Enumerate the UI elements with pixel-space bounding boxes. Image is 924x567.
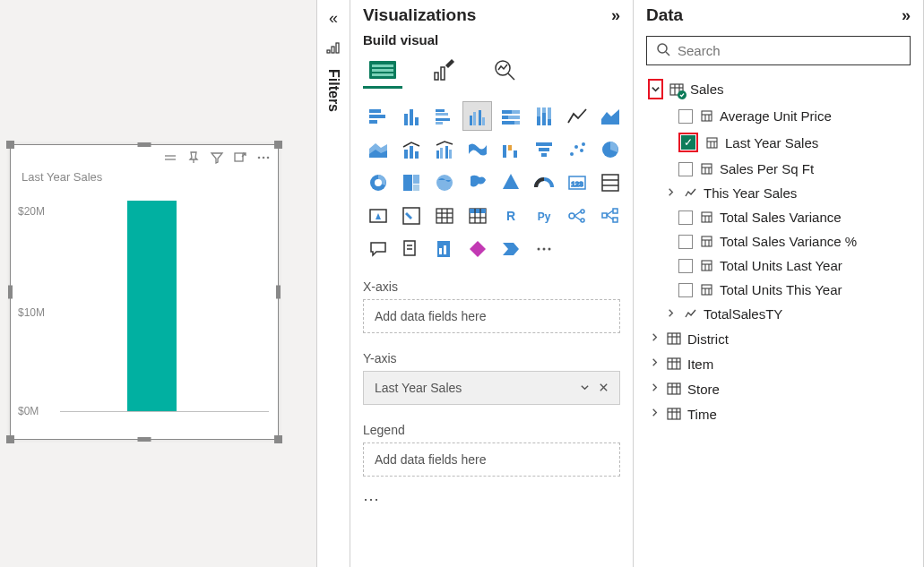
field-total-units-last-year[interactable]: Total Units Last Year xyxy=(641,253,916,278)
more-fields-icon[interactable]: ⋯ xyxy=(350,485,633,512)
stacked-area-chart-icon[interactable] xyxy=(363,134,393,164)
field-total-sales-variance-pct[interactable]: Total Sales Variance % xyxy=(641,229,916,253)
filters-label[interactable]: Filters xyxy=(325,65,341,112)
field-total-sales-ty[interactable]: TotalSalesTY xyxy=(641,302,916,326)
format-visual-tab[interactable] xyxy=(424,53,463,89)
field-average-unit-price[interactable]: Average Unit Price xyxy=(641,104,916,128)
clustered-column-chart-icon[interactable] xyxy=(462,101,492,131)
table-district[interactable]: District xyxy=(641,326,916,351)
ribbon-chart-icon[interactable] xyxy=(462,134,492,164)
kpi-icon[interactable] xyxy=(363,201,393,230)
more-options-icon[interactable] xyxy=(256,150,271,165)
power-apps-icon[interactable] xyxy=(462,234,492,263)
expand-filters-icon[interactable]: « xyxy=(329,9,338,28)
table-store[interactable]: Store xyxy=(641,376,916,401)
chart-visual-tile[interactable]: Last Year Sales $20M $10M $0M xyxy=(10,144,279,440)
table-sales[interactable]: Sales xyxy=(641,74,916,104)
more-visuals-icon[interactable] xyxy=(529,234,558,263)
scatter-chart-icon[interactable] xyxy=(562,134,592,164)
x-axis-well-section: X-axis Add data fields here xyxy=(350,271,633,342)
donut-chart-icon[interactable] xyxy=(363,168,393,197)
resize-handle[interactable] xyxy=(6,435,14,443)
resize-handle[interactable] xyxy=(274,435,282,443)
r-visual-icon[interactable]: R xyxy=(496,201,525,230)
smart-narrative-icon[interactable] xyxy=(396,234,426,263)
line-clustered-column-icon[interactable] xyxy=(429,134,459,164)
pin-icon[interactable] xyxy=(186,150,201,165)
filled-map-icon[interactable] xyxy=(462,168,492,197)
y-axis-field-well[interactable]: Last Year Sales xyxy=(363,371,620,405)
x-axis-field-well[interactable]: Add data fields here xyxy=(363,299,620,333)
search-input[interactable] xyxy=(678,43,901,58)
table-icon[interactable] xyxy=(429,201,459,230)
funnel-chart-icon[interactable] xyxy=(529,134,558,164)
hundred-stacked-bar-icon[interactable] xyxy=(496,101,525,131)
decomposition-tree-icon[interactable] xyxy=(595,201,625,230)
card-icon[interactable]: 123 xyxy=(562,168,592,197)
stacked-bar-chart-icon[interactable] xyxy=(363,101,393,131)
resize-handle[interactable] xyxy=(274,141,282,149)
resize-handle[interactable] xyxy=(138,437,151,442)
qa-visual-icon[interactable] xyxy=(363,234,393,263)
gauge-icon[interactable] xyxy=(529,168,558,197)
chevron-down-icon[interactable] xyxy=(648,79,663,99)
search-box[interactable] xyxy=(646,36,911,65)
chevron-right-icon[interactable] xyxy=(648,332,661,345)
checkbox[interactable] xyxy=(678,210,693,225)
svg-rect-39 xyxy=(542,107,546,113)
collapse-viz-icon[interactable]: » xyxy=(611,6,620,25)
field-sales-per-sqft[interactable]: Sales Per Sq Ft xyxy=(641,157,916,181)
chevron-right-icon[interactable] xyxy=(664,308,677,321)
chevron-right-icon[interactable] xyxy=(648,382,661,395)
chevron-right-icon[interactable] xyxy=(648,357,661,370)
legend-field-well[interactable]: Add data fields here xyxy=(363,442,620,477)
field-this-year-sales[interactable]: This Year Sales xyxy=(641,181,916,205)
filter-icon[interactable] xyxy=(210,150,224,165)
svg-rect-45 xyxy=(436,150,439,159)
resize-handle[interactable] xyxy=(138,142,151,147)
power-automate-icon[interactable] xyxy=(496,234,525,263)
matrix-icon[interactable] xyxy=(462,201,492,230)
line-stacked-column-icon[interactable] xyxy=(396,134,426,164)
map-icon[interactable] xyxy=(429,168,459,197)
field-total-sales-variance[interactable]: Total Sales Variance xyxy=(641,205,916,229)
table-item[interactable]: Item xyxy=(641,351,916,376)
table-time[interactable]: Time xyxy=(641,401,916,426)
chart-bar[interactable] xyxy=(127,201,177,411)
multi-row-card-icon[interactable] xyxy=(595,168,625,197)
azure-map-icon[interactable] xyxy=(496,168,525,197)
focus-mode-icon[interactable] xyxy=(233,150,247,165)
checkbox[interactable] xyxy=(681,135,695,150)
resize-handle[interactable] xyxy=(6,141,14,149)
checkbox[interactable] xyxy=(678,259,693,273)
drag-grip-icon[interactable] xyxy=(163,150,177,165)
checkbox[interactable] xyxy=(678,235,693,249)
checkbox[interactable] xyxy=(678,109,693,124)
waterfall-chart-icon[interactable] xyxy=(496,134,525,164)
field-dropdown-icon[interactable] xyxy=(580,381,590,395)
checkbox[interactable] xyxy=(678,283,693,297)
remove-field-icon[interactable] xyxy=(599,381,609,395)
treemap-icon[interactable] xyxy=(396,168,426,197)
py-visual-icon[interactable]: Py xyxy=(529,201,558,230)
key-influencers-icon[interactable] xyxy=(562,201,592,230)
chevron-right-icon[interactable] xyxy=(664,187,677,200)
hundred-stacked-column-icon[interactable] xyxy=(529,101,558,131)
chevron-right-icon[interactable] xyxy=(648,408,661,420)
field-last-year-sales[interactable]: Last Year Sales xyxy=(641,128,916,157)
svg-rect-127 xyxy=(702,236,712,246)
pie-chart-icon[interactable] xyxy=(595,134,625,164)
field-total-units-this-year[interactable]: Total Units This Year xyxy=(641,278,916,302)
analytics-tab[interactable] xyxy=(485,53,524,89)
clustered-bar-chart-icon[interactable] xyxy=(429,101,459,131)
stacked-column-chart-icon[interactable] xyxy=(396,101,426,131)
paginated-report-icon[interactable] xyxy=(429,234,459,263)
build-visual-tab[interactable] xyxy=(363,53,402,89)
area-chart-icon[interactable] xyxy=(595,101,625,131)
svg-point-85 xyxy=(569,213,574,219)
line-chart-icon[interactable] xyxy=(562,101,592,131)
slicer-icon[interactable] xyxy=(396,201,426,230)
collapse-data-icon[interactable]: » xyxy=(902,6,911,25)
checkbox[interactable] xyxy=(678,162,693,176)
report-canvas[interactable]: Last Year Sales $20M $10M $0M xyxy=(0,0,316,567)
